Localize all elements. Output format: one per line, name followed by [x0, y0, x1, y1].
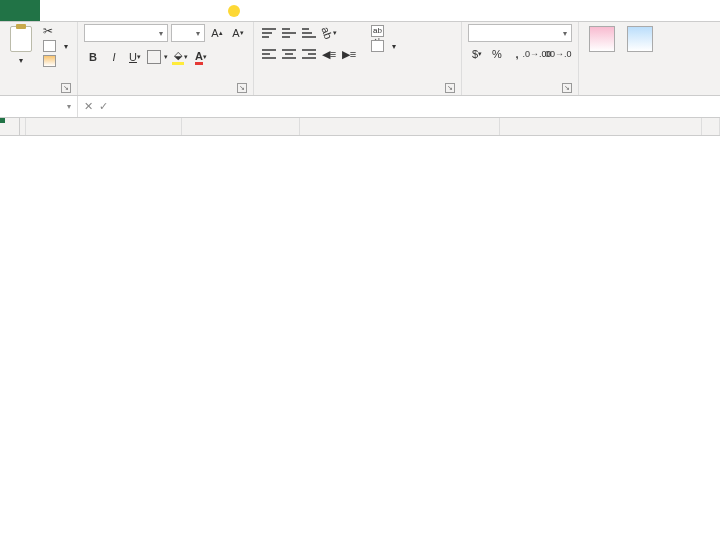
format-table-icon: [627, 26, 653, 52]
align-right-button[interactable]: [300, 45, 318, 63]
tab-page-layout[interactable]: [60, 0, 80, 21]
copy-icon: [43, 40, 56, 52]
wrap-text-button[interactable]: ab↵: [368, 24, 399, 38]
font-name-combo[interactable]: ▾: [84, 24, 168, 42]
alignment-dialog-icon[interactable]: ↘: [445, 83, 455, 93]
percent-button[interactable]: %: [488, 45, 506, 63]
conditional-formatting-button[interactable]: [585, 24, 619, 58]
accept-formula-icon[interactable]: ✓: [99, 100, 108, 113]
group-styles: [579, 22, 663, 95]
bulb-icon: [228, 5, 240, 17]
menu-bar: [0, 0, 720, 22]
underline-button[interactable]: U▾: [126, 48, 144, 66]
tab-file[interactable]: [0, 0, 20, 21]
group-font: ▾ ▾ A▴ A▾ B I U▾ ▾ ⬙▾ A▾ ↘: [78, 22, 254, 95]
cut-button[interactable]: ✂: [40, 24, 71, 38]
conditional-formatting-icon: [589, 26, 615, 52]
font-size-combo[interactable]: ▾: [171, 24, 205, 42]
tab-insert[interactable]: [40, 0, 60, 21]
group-number: ▾ $▾ % , .0→.00 .00→.0 ↘: [462, 22, 579, 95]
align-left-button[interactable]: [260, 45, 278, 63]
formula-bar: ▾ ✕ ✓: [0, 96, 720, 118]
col-head-D[interactable]: [300, 118, 500, 135]
orientation-button[interactable]: ab▾: [320, 24, 338, 42]
number-dialog-icon[interactable]: ↘: [562, 83, 572, 93]
paste-button[interactable]: ▾: [6, 24, 36, 67]
column-headers[interactable]: [20, 118, 720, 136]
tab-review[interactable]: [140, 0, 160, 21]
font-color-button[interactable]: A▾: [192, 48, 210, 66]
border-button[interactable]: [147, 50, 161, 64]
align-middle-icon: [282, 28, 296, 38]
decrease-decimal-button[interactable]: .00→.0: [548, 45, 566, 63]
increase-indent-button[interactable]: ▶≡: [340, 45, 358, 63]
clipboard-dialog-icon[interactable]: ↘: [61, 83, 71, 93]
name-box[interactable]: ▾: [0, 96, 78, 117]
col-head-E[interactable]: [500, 118, 702, 135]
group-alignment: ab▾ ◀≡ ▶≡ ab↵ ▾ ↘: [254, 22, 462, 95]
align-top-button[interactable]: [260, 24, 278, 42]
bucket-icon: ⬙: [172, 49, 184, 65]
col-head-C[interactable]: [182, 118, 300, 135]
align-center-button[interactable]: [280, 45, 298, 63]
align-middle-button[interactable]: [280, 24, 298, 42]
tab-home[interactable]: [20, 0, 40, 21]
bold-button[interactable]: B: [84, 48, 102, 66]
wrap-icon: ab↵: [371, 25, 384, 37]
align-left-icon: [262, 49, 276, 59]
outdent-icon: ◀≡: [322, 48, 336, 61]
format-painter-button[interactable]: [40, 54, 71, 68]
align-bottom-icon: [302, 28, 316, 38]
align-bottom-button[interactable]: [300, 24, 318, 42]
format-table-button[interactable]: [623, 24, 657, 58]
formula-input[interactable]: [126, 96, 720, 117]
tab-developer[interactable]: [180, 0, 200, 21]
worksheet-grid[interactable]: [0, 118, 720, 540]
cancel-formula-icon[interactable]: ✕: [84, 100, 93, 113]
brush-icon: [43, 55, 56, 67]
select-all-corner[interactable]: [0, 118, 20, 136]
tab-formulas[interactable]: [80, 0, 100, 21]
col-head-F[interactable]: [702, 118, 720, 135]
italic-button[interactable]: I: [105, 48, 123, 66]
ribbon: ▾ ✂ ▾ ↘ ▾ ▾ A▴ A▾ B I U▾ ▾ ⬙▾ A▾: [0, 22, 720, 96]
group-clipboard: ▾ ✂ ▾ ↘: [0, 22, 78, 95]
scissors-icon: ✂: [43, 25, 53, 37]
shrink-font-button[interactable]: A▾: [229, 24, 247, 42]
align-center-icon: [282, 49, 296, 59]
indent-icon: ▶≡: [342, 48, 356, 61]
align-top-icon: [262, 28, 276, 38]
orientation-icon: ab: [319, 25, 334, 41]
number-format-combo[interactable]: ▾: [468, 24, 572, 42]
accounting-button[interactable]: $▾: [468, 45, 486, 63]
decrease-indent-button[interactable]: ◀≡: [320, 45, 338, 63]
col-head-B[interactable]: [26, 118, 182, 135]
align-right-icon: [302, 49, 316, 59]
copy-button[interactable]: ▾: [40, 39, 71, 53]
tell-me[interactable]: [220, 0, 252, 21]
fill-color-button[interactable]: ⬙▾: [171, 48, 189, 66]
paste-icon: [10, 26, 32, 52]
merge-center-button[interactable]: ▾: [368, 39, 399, 53]
tab-data-entry[interactable]: [100, 0, 120, 21]
tab-help[interactable]: [200, 0, 220, 21]
tab-data[interactable]: [120, 0, 140, 21]
grow-font-button[interactable]: A▴: [208, 24, 226, 42]
font-dialog-icon[interactable]: ↘: [237, 83, 247, 93]
tab-view[interactable]: [160, 0, 180, 21]
merge-icon: [371, 40, 384, 52]
